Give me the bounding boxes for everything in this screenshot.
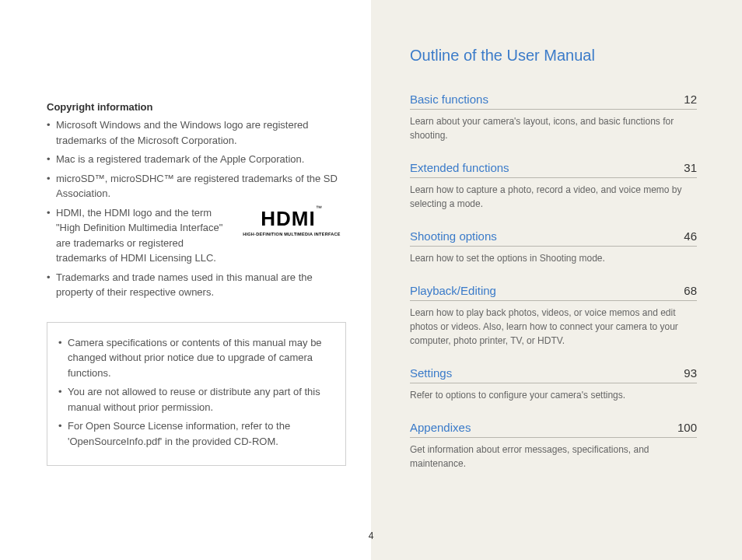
right-column: Outline of the User Manual Basic functio…	[371, 0, 742, 560]
outline-desc: Learn how to capture a photo, record a v…	[410, 183, 697, 211]
outline-section: Appendixes 100 Get information about err…	[410, 421, 697, 471]
note-bullets: Camera specifications or contents of thi…	[58, 335, 334, 450]
copyright-bullets: Microsoft Windows and the Windows logo a…	[47, 117, 346, 300]
note-bullet: For Open Source License information, ref…	[58, 418, 334, 449]
hdmi-logo-text: HDMI	[261, 207, 315, 230]
outline-desc: Learn about your camera's layout, icons,…	[410, 114, 697, 142]
outline-name[interactable]: Shooting options	[410, 229, 497, 243]
outline-page: 68	[684, 284, 697, 297]
outline-title: Outline of the User Manual	[410, 47, 697, 65]
copyright-bullet: Trademarks and trade names used in this …	[47, 270, 346, 300]
copyright-bullet: Mac is a registered trademark of the App…	[47, 152, 346, 167]
outline-desc: Refer to options to configure your camer…	[410, 388, 697, 402]
hdmi-logo-main: HDMI™	[237, 204, 346, 234]
outline-header: Appendixes 100	[410, 421, 697, 438]
note-bullet: You are not allowed to reuse or distribu…	[58, 384, 334, 415]
outline-name[interactable]: Appendixes	[410, 421, 471, 434]
outline-desc: Learn how to set the options in Shooting…	[410, 251, 697, 265]
outline-page: 31	[684, 161, 697, 174]
outline-header: Basic functions 12	[410, 93, 697, 110]
copyright-bullet: HDMI, the HDMI logo and the term "High D…	[47, 205, 346, 266]
outline-page: 93	[684, 366, 697, 380]
outline-section: Extended functions 31 Learn how to captu…	[410, 161, 697, 211]
outline-desc: Get information about error messages, sp…	[410, 443, 697, 471]
outline-section: Basic functions 12 Learn about your came…	[410, 93, 697, 142]
outline-page: 12	[684, 93, 697, 106]
hdmi-row: HDMI, the HDMI logo and the term "High D…	[56, 205, 346, 266]
outline-section: Settings 93 Refer to options to configur…	[410, 366, 697, 402]
copyright-heading: Copyright information	[47, 101, 346, 113]
hdmi-logo-icon: HDMI™ HIGH-DEFINITION MULTIMEDIA INTERFA…	[237, 204, 346, 237]
outline-name[interactable]: Playback/Editing	[410, 284, 496, 297]
outline-page: 46	[684, 229, 697, 243]
outline-section: Playback/Editing 68 Learn how to play ba…	[410, 284, 697, 348]
hdmi-tm: ™	[316, 205, 323, 212]
outline-section: Shooting options 46 Learn how to set the…	[410, 229, 697, 265]
left-column: Copyright information Microsoft Windows …	[0, 0, 371, 560]
outline-header: Playback/Editing 68	[410, 284, 697, 301]
outline-name[interactable]: Extended functions	[410, 161, 509, 174]
outline-page: 100	[677, 421, 697, 434]
outline-header: Shooting options 46	[410, 229, 697, 247]
hdmi-text: HDMI, the HDMI logo and the term "High D…	[56, 205, 228, 266]
page-number: 4	[369, 530, 374, 541]
copyright-bullet: Microsoft Windows and the Windows logo a…	[47, 117, 346, 148]
copyright-bullet: microSD™, microSDHC™ are registered trad…	[47, 171, 346, 201]
outline-header: Settings 93	[410, 366, 697, 383]
note-bullet: Camera specifications or contents of thi…	[58, 335, 334, 381]
outline-header: Extended functions 31	[410, 161, 697, 178]
outline-name[interactable]: Settings	[410, 366, 452, 380]
note-box: Camera specifications or contents of thi…	[47, 322, 346, 467]
outline-desc: Learn how to play back photos, videos, o…	[410, 306, 697, 348]
outline-name[interactable]: Basic functions	[410, 93, 488, 106]
